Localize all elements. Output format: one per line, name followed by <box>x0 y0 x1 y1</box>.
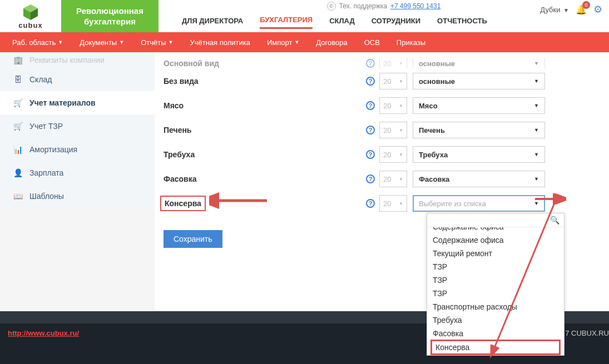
chart-icon: 📊 <box>13 145 23 154</box>
phone-icon: ✆ <box>327 2 336 11</box>
chevron-down-icon: ▼ <box>534 78 539 84</box>
logo-cube-icon <box>21 3 40 22</box>
help-icon[interactable]: ? <box>366 59 375 68</box>
dropdown-panel[interactable]: 🔍 Содержание офисаСодержание офисаТекущи… <box>427 213 565 356</box>
row-label: Фасовка <box>160 174 196 183</box>
tab-accounting[interactable]: БУХГАЛТЕРИЯ <box>260 16 313 29</box>
sidebar-item-amortization[interactable]: 📊Амортизация <box>0 138 155 161</box>
form-row: Фасовка?20▼Фасовка▼ <box>160 167 587 191</box>
account-number-select[interactable]: 20▼ <box>379 122 407 138</box>
row-label: Мясо <box>160 101 184 110</box>
dropdown-option[interactable]: Содержание офиса <box>427 227 564 233</box>
chevron-down-icon: ▼ <box>294 39 299 45</box>
account-number-select[interactable]: 20▼ <box>379 58 407 69</box>
form-rows: Основной вид?20▼основные▼Без вида?20▼осн… <box>160 58 587 216</box>
support-phone-link[interactable]: +7 499 550 1431 <box>390 2 440 10</box>
account-number-select[interactable]: 20▼ <box>379 73 407 89</box>
form-row: Консерва?20▼Выберите из списка▼ <box>160 191 587 216</box>
account-number-select[interactable]: 20▼ <box>379 97 407 114</box>
help-icon[interactable]: ? <box>366 150 375 159</box>
form-row: Основной вид?20▼основные▼ <box>160 58 587 69</box>
dropdown-option[interactable]: Консерва <box>430 340 561 355</box>
person-icon: 👤 <box>13 168 23 177</box>
dropdown-option[interactable]: Требуха <box>427 313 564 327</box>
org-selector[interactable]: Дубки ▼ <box>540 6 569 14</box>
chevron-down-icon: ▼ <box>399 79 403 84</box>
cart-icon: 🛒 <box>13 122 23 131</box>
tab-employees[interactable]: СОТРУДНИКИ <box>372 17 420 28</box>
chevron-down-icon: ▼ <box>534 176 539 182</box>
row-label: Без вида <box>160 77 199 86</box>
subnav-osv[interactable]: ОСВ <box>364 38 380 47</box>
subnav-policy[interactable]: Учётная политика <box>190 38 250 47</box>
support-row: ✆ Тех. поддержка +7 499 550 1431 Дубки ▼… <box>159 0 609 12</box>
tagline-line1: Революционная <box>76 6 143 17</box>
brand-tagline: Революционная бухгалтерия <box>61 0 159 32</box>
dropdown-option[interactable]: Фасовка <box>427 327 564 340</box>
chevron-down-icon: ▼ <box>399 201 403 206</box>
subnav-reports[interactable]: Отчёты▼ <box>141 38 173 47</box>
account-number-select[interactable]: 20▼ <box>379 146 407 163</box>
dropdown-option[interactable]: Текущий ремонт <box>427 247 564 260</box>
sidebar-item-stock[interactable]: 🗄Склад <box>0 68 155 91</box>
help-icon[interactable]: ? <box>366 77 375 86</box>
book-icon: 📖 <box>13 192 23 201</box>
dropdown-option[interactable]: Содержание офиса <box>427 233 564 247</box>
top-actions: Дубки ▼ 🔔 0 ⚙ <box>540 3 602 16</box>
footer-copyright: 7 CUBUX.RU <box>565 329 609 337</box>
help-icon[interactable]: ? <box>366 126 375 134</box>
category-select[interactable]: Мясо▼ <box>413 97 545 114</box>
tab-reports[interactable]: ОТЧЕТНОСТЬ <box>437 17 487 28</box>
chevron-down-icon: ▼ <box>399 128 403 133</box>
sidebar-item-materials[interactable]: 🛒Учет материалов <box>0 91 155 114</box>
notifications-bell[interactable]: 🔔 0 <box>576 4 587 15</box>
row-label: Основной вид <box>160 59 219 68</box>
sidebar: 🏢Реквизиты компании 🗄Склад 🛒Учет материа… <box>0 52 155 311</box>
category-select[interactable]: Требуха▼ <box>413 146 545 163</box>
tab-stock[interactable]: СКЛАД <box>329 17 355 28</box>
category-select[interactable]: Печень▼ <box>413 122 545 138</box>
dropdown-options: Содержание офисаСодержание офисаТекущий … <box>427 227 564 355</box>
help-icon[interactable]: ? <box>366 101 375 110</box>
sidebar-item-templates[interactable]: 📖Шаблоны <box>0 185 155 208</box>
chevron-down-icon: ▼ <box>399 61 403 66</box>
subnav-workspace[interactable]: Раб. область▼ <box>12 38 63 47</box>
sidebar-item-tzr[interactable]: 🛒Учет ТЗР <box>0 114 155 138</box>
org-name: Дубки <box>540 6 560 14</box>
form-row: Печень?20▼Печень▼ <box>160 118 587 142</box>
chevron-down-icon: ▼ <box>534 152 539 157</box>
dropdown-search[interactable]: 🔍 <box>427 213 564 227</box>
tagline-line2: бухгалтерия <box>84 16 136 27</box>
sidebar-item-requisites[interactable]: 🏢Реквизиты компании <box>0 52 155 68</box>
sidebar-item-salary[interactable]: 👤Зарплата <box>0 161 155 185</box>
subnav-orders[interactable]: Приказы <box>397 38 425 47</box>
dropdown-option[interactable]: ТЗР <box>427 273 564 287</box>
tab-director[interactable]: ДЛЯ ДИРЕКТОРА <box>182 17 243 28</box>
category-select[interactable]: Выберите из списка▼ <box>413 195 545 212</box>
help-icon[interactable]: ? <box>366 199 375 208</box>
topbar: cubux Революционная бухгалтерия ✆ Тех. п… <box>0 0 609 32</box>
chevron-down-icon: ▼ <box>399 152 403 157</box>
category-select[interactable]: основные▼ <box>413 73 545 89</box>
dropdown-option[interactable]: ТЗР <box>427 260 564 273</box>
cart-icon: 🛒 <box>13 98 23 107</box>
form-row: Требуха?20▼Требуха▼ <box>160 142 587 167</box>
footer-link[interactable]: http://www.cubux.ru/ <box>8 329 79 337</box>
category-select[interactable]: основные▼ <box>413 58 545 69</box>
save-button[interactable]: Сохранить <box>164 230 222 248</box>
row-label: Консерва <box>160 196 206 211</box>
help-icon[interactable]: ? <box>366 174 375 183</box>
category-select[interactable]: Фасовка▼ <box>413 171 545 187</box>
notif-badge: 0 <box>582 1 590 9</box>
chevron-down-icon: ▼ <box>534 61 539 66</box>
account-number-select[interactable]: 20▼ <box>379 171 407 187</box>
dropdown-option[interactable]: ТЗР <box>427 287 564 300</box>
settings-gear-icon[interactable]: ⚙ <box>593 3 602 16</box>
subnav-documents[interactable]: Документы▼ <box>80 38 124 47</box>
chevron-down-icon: ▼ <box>563 7 569 13</box>
logo-block[interactable]: cubux <box>0 0 61 32</box>
subnav-import[interactable]: Импорт▼ <box>267 38 299 47</box>
account-number-select[interactable]: 20▼ <box>379 195 407 212</box>
dropdown-option[interactable]: Транспортные расходы <box>427 300 564 313</box>
subnav-contracts[interactable]: Договора <box>316 38 347 47</box>
